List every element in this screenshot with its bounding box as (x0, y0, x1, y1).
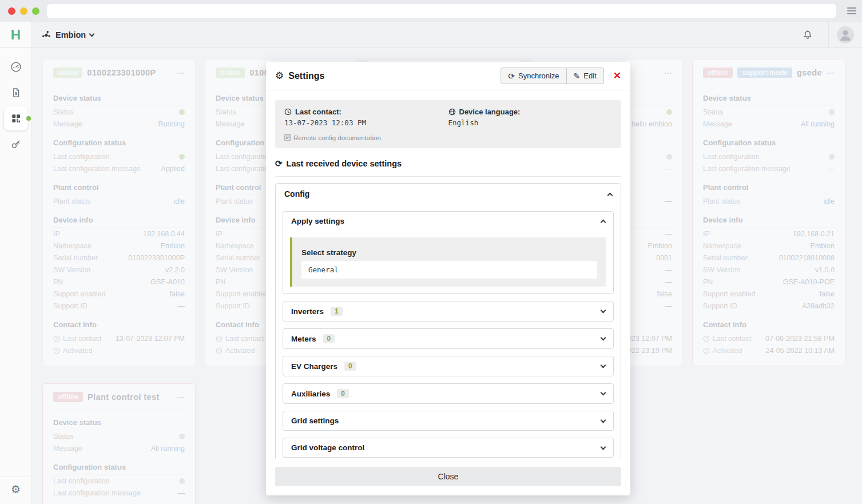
sidebar-item-invoices[interactable]: $ (4, 81, 28, 105)
chevron-down-icon (601, 308, 606, 313)
app-logo[interactable]: H (0, 22, 32, 47)
org-name: Embion (55, 30, 86, 39)
config-item-auxiliaries: Auxiliaries0 (283, 383, 614, 404)
config-item-label: Grid settings (291, 416, 339, 425)
chevron-down-icon (89, 31, 95, 37)
settings-modal: ⚙ Settings ⟳ Synchronize ✎ Edit ✕ (266, 62, 630, 495)
count-badge: 0 (344, 362, 356, 371)
browser-menu-icon[interactable] (847, 7, 856, 14)
last-contact-value: 13-07-2023 12:03 PM (284, 118, 448, 127)
config-item-header[interactable]: Inverters1 (283, 301, 613, 321)
modal-title: ⚙ Settings (275, 70, 324, 82)
org-selector[interactable]: Embion (41, 30, 94, 40)
url-bar[interactable] (47, 4, 836, 18)
sidebar-item-dashboard[interactable] (4, 55, 28, 79)
modal-close-button[interactable]: ✕ (613, 71, 621, 81)
pencil-icon: ✎ (574, 72, 581, 81)
app-header: H Embion (0, 22, 862, 48)
edit-button[interactable]: ✎ Edit (567, 68, 604, 84)
sidebar-item-devices[interactable] (4, 106, 28, 130)
chevron-down-icon (601, 417, 606, 423)
config-item-grid-settings: Grid settings (283, 411, 614, 431)
document-icon (284, 134, 291, 141)
sidebar-notification-dot (26, 116, 31, 121)
traffic-light-minimize-icon[interactable] (20, 7, 27, 15)
close-button[interactable]: Close (275, 467, 621, 486)
network-icon (41, 30, 51, 40)
select-strategy-label: Select strategy (301, 248, 597, 257)
last-received-settings-heading: ⟳ Last received device settings (275, 158, 621, 169)
refresh-icon: ⟳ (508, 72, 515, 81)
config-item-header[interactable]: EV Chargers0 (283, 356, 613, 376)
globe-icon (448, 108, 456, 116)
chevron-down-icon (601, 363, 606, 368)
chevron-down-icon (601, 390, 606, 396)
settings-gear-icon[interactable]: ⚙ (11, 483, 21, 496)
strategy-box: Select strategy General (290, 237, 606, 287)
notifications-bell-icon[interactable] (802, 29, 813, 41)
traffic-light-close-icon[interactable] (8, 7, 15, 15)
count-badge: 0 (323, 334, 335, 343)
chevron-down-icon (601, 444, 606, 450)
last-contact-label-row: Last contact: (284, 108, 448, 116)
header-divider (828, 22, 829, 47)
chevron-up-icon (607, 192, 613, 198)
config-item-header[interactable]: Grid settings (283, 411, 613, 430)
config-items: Inverters1Meters0EV Chargers0Auxiliaries… (283, 301, 614, 458)
gear-icon: ⚙ (275, 70, 284, 82)
key-icon (10, 138, 22, 150)
user-avatar[interactable] (837, 26, 854, 43)
refresh-icon: ⟳ (275, 158, 283, 169)
strategy-field[interactable]: General (301, 261, 597, 279)
config-item-inverters: Inverters1 (283, 301, 614, 322)
config-item-ev-chargers: EV Chargers0 (283, 356, 614, 376)
sidebar-footer: ⚙ (0, 477, 31, 504)
apply-settings-accordion: Apply settings Select strategy General (283, 211, 614, 294)
config-accordion: Config Apply settings Select strategy Ge… (275, 183, 621, 459)
config-item-meters: Meters0 (283, 328, 614, 349)
count-badge: 0 (337, 389, 349, 398)
modal-body: Last contact: 13-07-2023 12:03 PM Device… (266, 91, 630, 459)
modal-title-text: Settings (288, 71, 324, 81)
config-item-label: Auxiliaries (291, 390, 330, 398)
chevron-down-icon (601, 335, 606, 341)
section-divider (275, 176, 621, 177)
device-info-panel: Last contact: 13-07-2023 12:03 PM Device… (275, 100, 621, 148)
devices-qr-icon (10, 113, 22, 124)
logo-letter: H (11, 27, 21, 43)
modal-footer: Close (266, 459, 630, 495)
invoice-icon: $ (10, 87, 22, 98)
device-language-label-row: Device language: (448, 108, 613, 116)
config-item-header[interactable]: Auxiliaries0 (283, 384, 613, 403)
device-language-value: English (448, 118, 613, 127)
sidebar-item-access-keys[interactable] (4, 132, 28, 156)
config-item-header[interactable]: Meters0 (283, 329, 613, 348)
synchronize-button[interactable]: ⟳ Synchronize (500, 68, 566, 84)
traffic-light-zoom-icon[interactable] (32, 7, 39, 15)
config-item-header[interactable]: Grid voltage control (283, 438, 613, 457)
config-accordion-header[interactable]: Config (276, 184, 621, 204)
chevron-up-icon (601, 220, 606, 225)
config-item-label: EV Chargers (291, 362, 337, 371)
sidebar: $ ⚙ (0, 48, 32, 504)
config-item-grid-voltage-control: Grid voltage control (283, 438, 614, 458)
config-item-label: Meters (291, 335, 316, 343)
config-item-label: Grid voltage control (291, 443, 364, 452)
modal-header: ⚙ Settings ⟳ Synchronize ✎ Edit ✕ (266, 62, 630, 90)
remote-config-doc-link[interactable]: Remote config documentation (284, 134, 612, 141)
count-badge: 1 (331, 307, 343, 316)
browser-chrome (0, 0, 862, 22)
dashboard-icon (10, 61, 22, 73)
apply-settings-header[interactable]: Apply settings (283, 212, 613, 231)
clock-icon (284, 108, 292, 116)
svg-text:$: $ (15, 92, 17, 96)
config-item-label: Inverters (291, 307, 324, 316)
